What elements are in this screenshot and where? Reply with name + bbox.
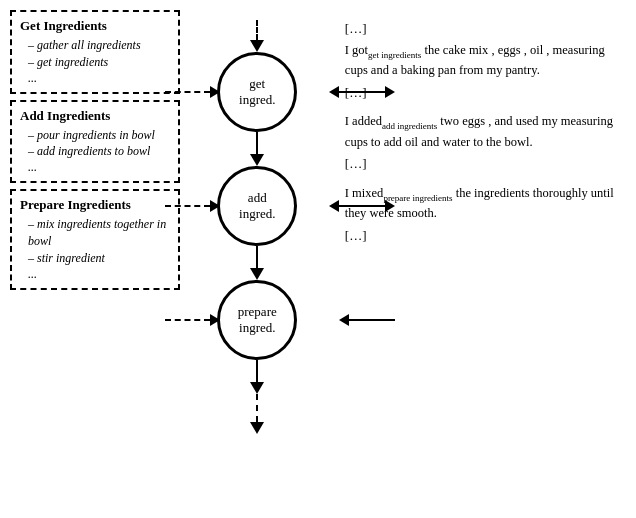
step3-title: Prepare Ingredients (20, 197, 170, 213)
right-arrow-node1 (329, 86, 395, 98)
bottom-arrow-head2 (250, 422, 264, 434)
solid-line-right1 (339, 91, 385, 93)
right-arrow-node3 (339, 314, 395, 326)
arrow-head-left2 (329, 200, 339, 212)
node-wrapper-prepare: prepareingred. (180, 280, 335, 360)
step1-ellipsis: ... (28, 71, 170, 86)
bracket3-after: […] (345, 227, 626, 246)
left-arrow-node2 (165, 200, 220, 212)
arrow-head-left1 (329, 86, 339, 98)
right-arrow-node2 (329, 200, 395, 212)
node-get-ingredients: getingred. (217, 52, 297, 132)
step1-title: Get Ingredients (20, 18, 170, 34)
arrow-head-left3 (339, 314, 349, 326)
subscript2: add ingredients (382, 121, 437, 131)
connector2 (256, 246, 258, 268)
step2-item1: pour ingredients in bowl (28, 127, 170, 144)
down-arrow1 (250, 154, 264, 166)
bottom-dashed-line (256, 394, 258, 422)
main-container: Get Ingredients gather all ingredients g… (0, 0, 636, 518)
node-wrapper-add: addingred. (180, 166, 335, 246)
top-dashed-line (256, 20, 258, 40)
top-arrow-head (250, 40, 264, 52)
bracket2-after: […] (345, 155, 626, 174)
dashed-line-left3 (165, 319, 210, 321)
left-arrow-node3 (165, 314, 220, 326)
step2-ellipsis: ... (28, 160, 170, 175)
step2-title: Add Ingredients (20, 108, 170, 124)
down-arrow2 (250, 268, 264, 280)
step3-item1: mix ingredients together in bowl (28, 216, 170, 250)
narrative-1: I gotget ingredients the cake mix , eggs… (345, 41, 626, 80)
step-box-get-ingredients: Get Ingredients gather all ingredients g… (10, 10, 180, 94)
step1-item1: gather all ingredients (28, 37, 170, 54)
right-panel: […] I gotget ingredients the cake mix , … (335, 10, 626, 508)
arrow-head-right1b (385, 86, 395, 98)
arrow-head-right2b (385, 200, 395, 212)
node-add-ingredients: addingred. (217, 166, 297, 246)
right-section-2: I addedadd ingredients two eggs , and us… (345, 112, 626, 176)
node-prepare-ingredients: prepareingred. (217, 280, 297, 360)
step2-item2: add ingredients to bowl (28, 143, 170, 160)
node1-label: getingred. (239, 76, 275, 108)
step3-ellipsis: ... (28, 267, 170, 282)
flow-column: getingred. addingre (180, 20, 335, 434)
right-section-3: I mixedprepare ingredients the ingredien… (345, 184, 626, 248)
left-panel: Get Ingredients gather all ingredients g… (10, 10, 180, 508)
step3-item2: stir ingredient (28, 250, 170, 267)
connector1 (256, 132, 258, 154)
step-box-prepare-ingredients: Prepare Ingredients mix ingredients toge… (10, 189, 180, 289)
step-box-add-ingredients: Add Ingredients pour ingredients in bowl… (10, 100, 180, 184)
bracket1-before: […] (345, 20, 626, 39)
solid-line-right3 (349, 319, 395, 321)
narrative-2: I addedadd ingredients two eggs , and us… (345, 112, 626, 151)
left-arrow-node1 (165, 86, 220, 98)
dashed-line-left2 (165, 205, 210, 207)
bottom-connector (256, 360, 258, 382)
dashed-line-left1 (165, 91, 210, 93)
node3-label: prepareingred. (238, 304, 277, 336)
subscript1: get ingredients (368, 49, 421, 59)
center-panel: getingred. addingre (180, 10, 335, 508)
bottom-arrow-head (250, 382, 264, 394)
solid-line-right2 (339, 205, 385, 207)
node2-label: addingred. (239, 190, 275, 222)
node-wrapper-get: getingred. (180, 52, 335, 132)
step1-item2: get ingredients (28, 54, 170, 71)
